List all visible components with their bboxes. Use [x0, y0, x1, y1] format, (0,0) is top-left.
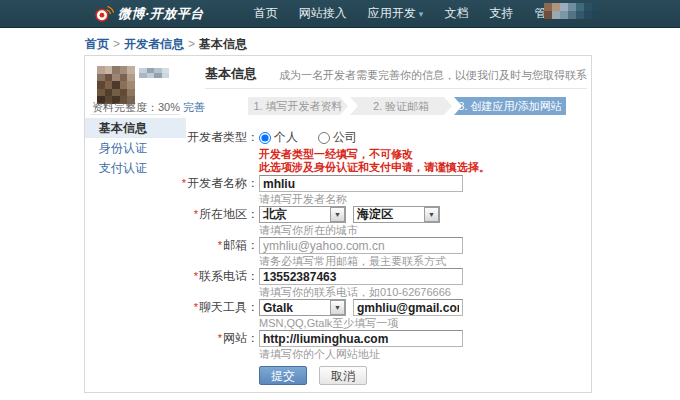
city-select-value: 海淀区	[354, 206, 424, 223]
chat-tool-select[interactable]: Gtalk ▼	[259, 299, 346, 316]
nav-item-home[interactable]: 首页	[254, 5, 278, 22]
avatar	[97, 66, 135, 104]
breadcrumb: 首页>开发者信息>基本信息	[85, 36, 247, 53]
required-asterisk: *	[194, 301, 198, 313]
top-navbar: 微博·开放平台 首页 网站接入 应用开发 ▾ 文档 支持 管理中心	[0, 0, 680, 28]
province-select-value: 北京	[260, 206, 330, 223]
required-asterisk: *	[218, 239, 222, 251]
chat-tool-select-value: Gtalk	[260, 301, 330, 315]
developer-name-input[interactable]	[259, 175, 463, 192]
region-hint: 请填写你所在的城市	[259, 224, 591, 236]
breadcrumb-current: 基本信息	[199, 37, 247, 51]
nav-item-support[interactable]: 支持	[489, 5, 513, 22]
sidebar-menu: 基本信息 身份认证 支付认证	[85, 118, 186, 178]
chevron-down-icon: ▼	[330, 300, 345, 315]
step-3-create-app: 3. 创建应用/添加网站	[454, 97, 566, 115]
developer-type-label: 开发者类型：	[181, 129, 259, 146]
city-select[interactable]: 海淀区 ▼	[353, 206, 440, 223]
chat-tool-label: 聊天工具：	[199, 300, 259, 314]
brand-name: 微博·开放平台	[118, 5, 204, 23]
developer-type-personal-radio[interactable]	[259, 132, 271, 144]
breadcrumb-separator: >	[113, 37, 120, 51]
required-asterisk: *	[194, 270, 198, 282]
required-asterisk: *	[194, 208, 198, 220]
sidebar-item-identity-verify[interactable]: 身份认证	[85, 138, 186, 158]
submit-button[interactable]: 提交	[259, 366, 307, 385]
developer-type-warning-1: 开发者类型一经填写，不可修改	[259, 148, 591, 161]
breadcrumb-home-link[interactable]: 首页	[85, 37, 109, 51]
chevron-down-icon: ▾	[419, 9, 424, 19]
chevron-down-icon: ▼	[330, 207, 345, 222]
developer-type-warning-2: 此选项涉及身份认证和支付申请，请谨慎选择。	[259, 161, 591, 174]
user-account-blurred[interactable]	[544, 3, 600, 19]
completeness-value: 30%	[158, 101, 180, 113]
cancel-button[interactable]: 取消	[319, 366, 367, 385]
phone-label: 联系电话：	[199, 269, 259, 283]
header-divider	[205, 88, 587, 89]
province-select[interactable]: 北京 ▼	[259, 206, 346, 223]
sidebar-divider	[90, 114, 180, 115]
region-label: 所在地区：	[199, 207, 259, 221]
page: 微博·开放平台 首页 网站接入 应用开发 ▾ 文档 支持 管理中心	[0, 0, 680, 400]
progress-steps: 1. 填写开发者资料 2. 验证邮箱 3. 创建应用/添加网站	[248, 97, 591, 115]
breadcrumb-devinfo-link[interactable]: 开发者信息	[124, 37, 184, 51]
phone-input[interactable]	[259, 268, 463, 285]
page-subtitle: 成为一名开发者需要完善你的信息，以便我们及时与您取得联系	[279, 68, 587, 83]
website-input[interactable]	[259, 330, 463, 347]
step-1-fill-profile: 1. 填写开发者资料	[248, 97, 348, 115]
username-blurred	[139, 68, 169, 78]
content-panel: 资料完整度：30% 完善 基本信息 身份认证 支付认证 基本信息 成为一名开发者…	[84, 55, 592, 393]
weibo-logo-icon	[95, 5, 114, 22]
developer-type-personal-label[interactable]: 个人	[274, 129, 298, 146]
sidebar-item-basic-info[interactable]: 基本信息	[85, 118, 186, 138]
nav-item-site-access[interactable]: 网站接入	[299, 5, 347, 22]
email-hint: 请务必填写常用邮箱，最主要联系方式	[259, 255, 591, 267]
phone-hint: 请填写你的联系电话，如010-62676666	[259, 286, 591, 298]
chat-tool-hint: MSN,QQ,Gtalk至少填写一项	[259, 317, 591, 329]
website-label: 网站：	[223, 331, 259, 345]
required-asterisk: *	[182, 177, 186, 189]
email-label: 邮箱：	[223, 238, 259, 252]
chat-account-input[interactable]	[353, 299, 463, 316]
sidebar: 资料完整度：30% 完善 基本信息 身份认证 支付认证	[85, 56, 186, 392]
developer-name-label: 开发者名称：	[187, 176, 259, 190]
breadcrumb-separator: >	[188, 37, 195, 51]
email-input[interactable]	[259, 237, 463, 254]
sidebar-item-payment-verify[interactable]: 支付认证	[85, 158, 186, 178]
chevron-down-icon: ▼	[424, 207, 439, 222]
required-asterisk: *	[218, 332, 222, 344]
nav-item-docs[interactable]: 文档	[444, 5, 468, 22]
developer-info-form: 开发者类型： 个人 公司 开发者类型一经填写，不可修改 此选项涉及身份认证和支付…	[181, 129, 591, 385]
developer-type-company-radio[interactable]	[318, 132, 330, 144]
main-content: 基本信息 成为一名开发者需要完善你的信息，以便我们及时与您取得联系 1. 填写开…	[181, 56, 591, 385]
website-hint: 请填写你的个人网站地址	[259, 348, 591, 360]
step-2-verify-email: 2. 验证邮箱	[350, 97, 452, 115]
developer-type-company-label[interactable]: 公司	[333, 129, 357, 146]
brand[interactable]: 微博·开放平台	[95, 5, 204, 23]
developer-name-hint: 请填写开发者名称	[259, 193, 591, 205]
nav-item-app-dev[interactable]: 应用开发 ▾	[368, 5, 424, 22]
page-title: 基本信息	[205, 65, 257, 83]
